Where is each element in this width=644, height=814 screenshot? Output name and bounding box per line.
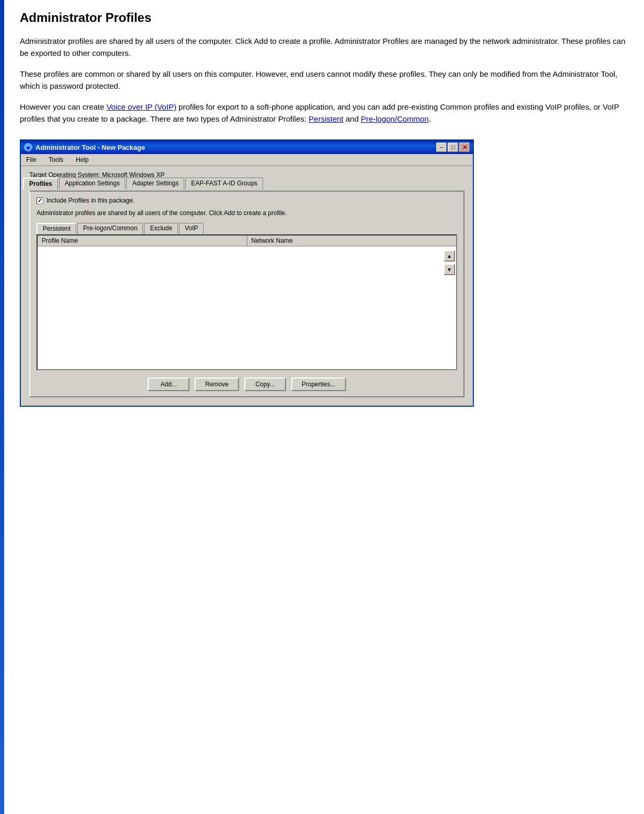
inner-tab-prelogon[interactable]: Pre-logon/Common <box>77 223 143 234</box>
table-header: Profile Name Network Name <box>38 235 456 246</box>
paragraph-1: Administrator profiles are shared by all… <box>20 36 628 59</box>
inner-tabs-container: Persistent Pre-logon/Common Exclude VoIP… <box>37 223 457 370</box>
include-profiles-row: ✓ Include Profiles in this package. <box>37 197 457 204</box>
window-body: Target Operating System: Microsoft Windo… <box>21 166 473 406</box>
voip-link[interactable]: Voice over IP (VoIP) <box>106 102 176 111</box>
prelogon-link[interactable]: Pre-logon/Common <box>361 114 428 123</box>
outer-tabs-container: Profiles Application Settings Adapter Se… <box>29 178 464 397</box>
inner-tab-exclude[interactable]: Exclude <box>144 223 178 234</box>
add-button[interactable]: Add... <box>148 377 189 391</box>
profile-table: Profile Name Network Name <box>37 234 457 370</box>
menu-file[interactable]: File <box>24 155 38 164</box>
include-profiles-label: Include Profiles in this package. <box>46 197 135 204</box>
menu-help[interactable]: Help <box>74 155 91 164</box>
action-buttons: Add... Remove Copy... Properties... <box>37 377 457 391</box>
tab-application-settings[interactable]: Application Settings <box>59 178 125 190</box>
menu-tools[interactable]: Tools <box>46 155 65 164</box>
paragraph-3: However you can create Voice over IP (Vo… <box>20 101 628 125</box>
col-profile-name: Profile Name <box>38 235 247 246</box>
include-profiles-checkbox[interactable]: ✓ <box>37 197 43 204</box>
menu-bar: File Tools Help <box>21 154 473 166</box>
tab-content-profiles: ✓ Include Profiles in this package. Admi… <box>29 191 464 397</box>
profiles-info-text: Administrator profiles are shared by all… <box>37 209 457 217</box>
left-blue-bar <box>0 0 4 417</box>
tab-eap-fast[interactable]: EAP-FAST A-ID Groups <box>185 178 263 190</box>
close-button[interactable]: ✕ <box>459 143 470 152</box>
app-icon: ■ <box>24 143 32 151</box>
maximize-button[interactable]: □ <box>448 143 458 152</box>
inner-tab-voip[interactable]: VoIP <box>179 223 204 234</box>
title-bar: ■ Administrator Tool - New Package − □ ✕ <box>21 140 473 154</box>
profile-table-wrapper: Profile Name Network Name ▲ ▼ <box>37 234 457 370</box>
paragraph-2: These profiles are common or shared by a… <box>20 68 628 92</box>
table-body <box>38 246 456 361</box>
scroll-up-button[interactable]: ▲ <box>444 250 455 262</box>
minimize-button[interactable]: − <box>436 143 447 152</box>
scroll-buttons: ▲ ▼ <box>444 250 455 275</box>
scroll-down-button[interactable]: ▼ <box>444 264 455 275</box>
title-bar-left: ■ Administrator Tool - New Package <box>24 143 145 151</box>
admin-tool-window: ■ Administrator Tool - New Package − □ ✕… <box>20 139 474 407</box>
remove-button[interactable]: Remove <box>195 377 239 391</box>
properties-button[interactable]: Properties... <box>291 377 346 391</box>
col-network-name: Network Name <box>247 235 457 246</box>
tab-profiles[interactable]: Profiles <box>23 178 58 190</box>
copy-button[interactable]: Copy... <box>244 377 286 391</box>
page-title: Administrator Profiles <box>20 10 628 25</box>
inner-tab-persistent[interactable]: Persistent <box>37 223 76 234</box>
tab-adapter-settings[interactable]: Adapter Settings <box>126 178 184 190</box>
outer-tabs-bar: Profiles Application Settings Adapter Se… <box>23 178 464 190</box>
persistent-link[interactable]: Persistent <box>308 114 343 123</box>
inner-tabs-bar: Persistent Pre-logon/Common Exclude VoIP <box>37 223 457 234</box>
title-bar-controls: − □ ✕ <box>436 143 470 152</box>
window-title: Administrator Tool - New Package <box>35 144 145 151</box>
